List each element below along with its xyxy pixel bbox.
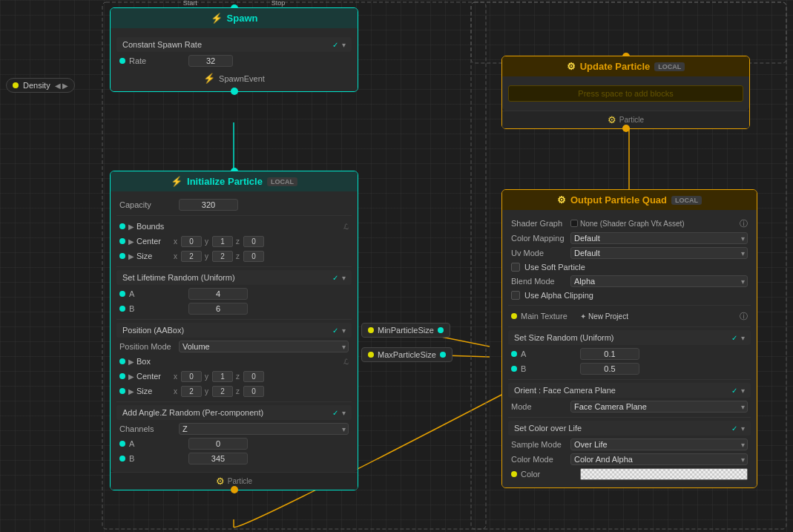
uv-mode-row: Uv Mode Default <box>508 246 751 260</box>
position-mode-label: Position Mode <box>119 342 179 351</box>
init-center-z[interactable] <box>243 236 264 247</box>
box-center-x[interactable] <box>181 371 202 382</box>
init-size-y[interactable] <box>212 251 233 262</box>
main-texture-value: New Project <box>588 312 737 321</box>
angle-b-row: B <box>116 451 352 466</box>
shader-graph-label: Shader Graph <box>511 219 570 228</box>
channels-label: Channels <box>119 424 179 433</box>
box-center-z[interactable] <box>243 371 264 382</box>
rate-port <box>119 58 125 64</box>
init-size-z[interactable] <box>243 251 264 262</box>
size-a-input[interactable] <box>580 348 639 360</box>
update-gear-icon: ⚙ <box>567 61 576 72</box>
density-arrow: ◀ ▶ <box>55 82 69 90</box>
channels-select[interactable]: Z <box>179 423 349 435</box>
initialize-body: Capacity ▶ Bounds ℒ ▶ Center x y z <box>111 191 358 472</box>
initialize-node: ⚡ Initialize Particle LOCAL Capacity ▶ B… <box>110 171 358 490</box>
update-footer-gear-icon: ⚙ <box>608 114 616 125</box>
uv-mode-label: Uv Mode <box>511 249 570 257</box>
lifetime-a-input[interactable] <box>188 288 248 300</box>
add-angle-section[interactable]: Add Angle.Z Random (Per-component) ✓ ▾ <box>116 405 352 420</box>
init-center-label: Center <box>136 237 174 246</box>
density-port <box>13 82 19 88</box>
max-particle-size-port: MaxParticleSize <box>361 347 453 362</box>
angle-b-input[interactable] <box>188 453 248 464</box>
output-badge: LOCAL <box>671 196 702 205</box>
size-b-label: B <box>521 364 580 373</box>
capacity-input[interactable] <box>179 199 238 211</box>
size-a-port <box>511 351 517 357</box>
init-center-y[interactable] <box>212 236 233 247</box>
blend-mode-select[interactable]: Alpha <box>570 275 748 287</box>
size-b-input[interactable] <box>580 363 639 375</box>
set-size-label: Set Size Random (Uniform) <box>514 333 614 342</box>
rate-input[interactable] <box>188 55 233 67</box>
use-alpha-clipping-label: Use Alpha Clipping <box>524 291 593 300</box>
use-alpha-clipping-row: Use Alpha Clipping <box>508 289 751 302</box>
init-center-x[interactable] <box>181 236 202 247</box>
uv-mode-select[interactable]: Default <box>570 247 748 259</box>
size-b-port <box>511 366 517 372</box>
box-center-y[interactable] <box>212 371 233 382</box>
init-center-port <box>119 238 125 244</box>
box-size-y[interactable] <box>212 386 233 397</box>
min-particle-size-dot <box>368 327 374 333</box>
min-particle-size-label: MinParticleSize <box>378 326 434 335</box>
use-alpha-clipping-checkbox[interactable] <box>511 291 520 300</box>
blend-mode-row: Blend Mode Alpha <box>508 274 751 289</box>
use-soft-particle-label: Use Soft Particle <box>524 263 585 272</box>
angle-b-port <box>119 456 125 462</box>
box-size-z[interactable] <box>243 386 264 397</box>
spawn-event-row: ⚡ SpawnEvent <box>116 68 352 85</box>
use-soft-particle-checkbox[interactable] <box>511 263 520 272</box>
init-center-row: ▶ Center x y z <box>116 234 352 249</box>
init-size-x[interactable] <box>181 251 202 262</box>
set-size-section[interactable]: Set Size Random (Uniform) ✓ ▾ <box>508 330 751 345</box>
lifetime-a-label: A <box>129 289 188 298</box>
orient-mode-label: Mode <box>511 402 570 411</box>
stop-label: Stop <box>272 0 286 7</box>
position-mode-row: Position Mode Volume <box>116 339 352 354</box>
box-size-label: Size <box>136 387 174 395</box>
initialize-badge: LOCAL <box>267 177 297 186</box>
constant-spawn-rate-section[interactable]: Constant Spawn Rate ✓ ▾ <box>116 37 352 52</box>
rate-row: Rate <box>116 53 352 68</box>
update-connector-bottom <box>622 125 630 132</box>
box-port <box>119 358 125 364</box>
color-mapping-select[interactable]: Default <box>570 232 748 244</box>
sample-mode-select[interactable]: Over Life <box>570 439 748 450</box>
set-color-section[interactable]: Set Color over Life ✓ ▾ <box>508 421 751 436</box>
spawn-lightning-icon: ⚡ <box>211 13 223 24</box>
size-a-label: A <box>521 349 580 358</box>
initialize-connector-bottom <box>231 486 238 493</box>
shader-graph-row: Shader Graph None (Shader Graph Vfx Asse… <box>508 216 751 231</box>
bounds-label: Bounds <box>136 222 164 231</box>
output-header: ⚙ Output Particle Quad LOCAL <box>502 190 757 210</box>
set-lifetime-section[interactable]: Set Lifetime Random (Uniform) ✓ ▾ <box>116 270 352 285</box>
spawn-event-label: SpawnEvent <box>219 74 265 83</box>
update-title: Update Particle <box>580 61 651 72</box>
bounds-row: ▶ Bounds ℒ <box>116 219 352 234</box>
capacity-label: Capacity <box>119 200 179 209</box>
angle-b-label: B <box>129 454 188 463</box>
min-particle-size-port: MinParticleSize <box>361 323 450 338</box>
angle-a-input[interactable] <box>188 438 248 450</box>
add-angle-label: Add Angle.Z Random (Per-component) <box>122 408 263 417</box>
lifetime-b-input[interactable] <box>188 303 248 315</box>
box-size-x[interactable] <box>181 386 202 397</box>
orient-mode-row: Mode Face Camera Plane <box>508 399 751 414</box>
rate-label: Rate <box>129 56 188 65</box>
lifetime-b-label: B <box>129 304 188 313</box>
angle-a-port <box>119 441 125 447</box>
box-size-row: ▶ Size x y z <box>116 384 352 398</box>
position-mode-select[interactable]: Volume <box>179 341 349 352</box>
init-lightning-icon: ⚡ <box>171 176 182 187</box>
orient-mode-select[interactable]: Face Camera Plane <box>570 401 748 413</box>
position-section[interactable]: Position (AABox) ✓ ▾ <box>116 323 352 338</box>
spawn-event-lightning-icon: ⚡ <box>203 73 215 84</box>
box-center-row: ▶ Center x y z <box>116 369 352 384</box>
color-swatch[interactable] <box>580 468 748 480</box>
color-mode-select[interactable]: Color And Alpha <box>570 453 748 465</box>
orient-section[interactable]: Orient : Face Camera Plane ✓ ▾ <box>508 383 751 398</box>
angle-a-label: A <box>129 439 188 448</box>
